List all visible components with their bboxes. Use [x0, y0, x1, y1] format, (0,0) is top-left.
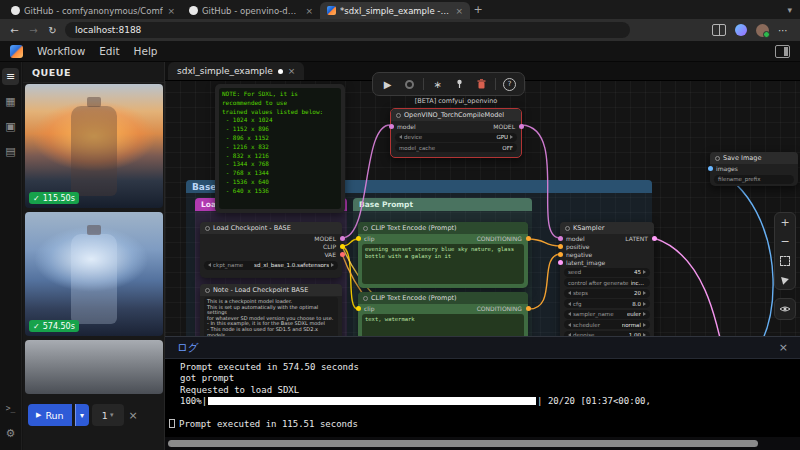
stepper-right-icon[interactable] — [510, 135, 513, 139]
model-cache-widget[interactable]: model_cache OFF — [395, 143, 517, 152]
output-slot[interactable] — [526, 306, 531, 311]
scrollbar-thumb[interactable] — [168, 440, 758, 447]
stepper-right-icon[interactable] — [643, 302, 646, 306]
sidebar-queue-tab[interactable]: ≡ — [2, 68, 19, 85]
node-ksampler[interactable]: KSampler model LATENT positive negative … — [560, 222, 654, 342]
input-slot[interactable] — [558, 252, 563, 257]
menu-edit[interactable]: Edit — [99, 45, 119, 57]
note-text[interactable]: NOTE: For SDXL, it is recommended to use… — [219, 88, 341, 209]
url-input[interactable]: localhost:8188 — [65, 22, 630, 38]
group-title-base-prompt[interactable]: Base Prompt — [353, 198, 532, 211]
zoom-in-button[interactable]: + — [775, 213, 795, 232]
input-slot[interactable] — [356, 236, 361, 241]
more-menu-icon[interactable]: ⋯ — [778, 25, 788, 36]
collapse-dot-icon[interactable] — [205, 288, 210, 293]
collapse-dot-icon[interactable] — [363, 296, 368, 301]
queue-status-button[interactable] — [399, 75, 420, 93]
help-button[interactable]: ? — [499, 75, 520, 93]
tab-search-icon[interactable]: ▾ — [787, 5, 792, 15]
close-icon[interactable]: × — [167, 6, 175, 16]
close-icon[interactable]: × — [779, 341, 788, 354]
node-openvino-torchcompile[interactable]: OpenVINO_TorchCompileModel model MODEL d… — [390, 108, 522, 158]
input-slot[interactable] — [389, 124, 394, 129]
browser-tab-github-comfy[interactable]: GitHub - comfyanonymous/Comf × — [4, 2, 182, 19]
output-slot[interactable] — [526, 236, 531, 241]
toggle-link-visibility-button[interactable] — [774, 298, 796, 320]
run-workflow-button[interactable]: ▶ — [377, 75, 398, 93]
filename-prefix-widget[interactable]: filename_prefix — [714, 175, 794, 184]
collapse-dot-icon[interactable] — [715, 156, 720, 161]
sidebar-model-library-tab[interactable]: ▣ — [2, 118, 19, 135]
run-options-button[interactable]: ▾ — [75, 404, 89, 426]
collapse-dot-icon[interactable] — [396, 113, 401, 118]
terminal-toggle-button[interactable]: >_ — [2, 400, 19, 417]
output-slot[interactable] — [340, 252, 345, 257]
sidebar-node-library-tab[interactable]: ▦ — [2, 93, 19, 110]
back-icon[interactable]: ← — [8, 25, 21, 36]
scheduler-widget[interactable]: scheduler normal — [564, 320, 650, 329]
split-screen-icon[interactable] — [712, 24, 726, 36]
input-slot[interactable] — [558, 244, 563, 249]
output-slot[interactable] — [340, 244, 345, 249]
input-slot[interactable] — [558, 236, 563, 241]
batch-count-input[interactable]: 1 ▾ — [92, 404, 124, 426]
new-tab-button[interactable]: + — [470, 3, 486, 16]
collapse-dot-icon[interactable] — [565, 226, 570, 231]
output-slot[interactable] — [652, 236, 657, 241]
menu-workflow[interactable]: Workflow — [37, 45, 85, 57]
stepper-right-icon[interactable] — [331, 263, 334, 267]
collapse-dot-icon[interactable] — [363, 226, 368, 231]
input-slot[interactable] — [558, 260, 563, 265]
stepper-right-icon[interactable] — [643, 312, 646, 316]
horizontal-scrollbar[interactable] — [165, 439, 800, 448]
steps-widget[interactable]: steps 20 — [564, 289, 650, 298]
node-save-image[interactable]: Save Image images filename_prefix — [710, 152, 798, 186]
sidebar-workflows-tab[interactable]: ▤ — [2, 143, 19, 160]
stepper-right-icon[interactable] — [643, 270, 646, 274]
prompt-textarea[interactable]: evening sunset scenery blue sky nature, … — [362, 244, 524, 284]
collapse-dot-icon[interactable] — [205, 226, 210, 231]
comfyui-logo[interactable] — [10, 45, 23, 58]
stepper-left-icon[interactable] — [208, 263, 211, 267]
input-slot[interactable] — [708, 166, 713, 171]
close-icon[interactable]: × — [288, 66, 296, 76]
ckpt-name-widget[interactable]: ckpt_name sd_xl_base_1.0.safetensors — [204, 261, 338, 270]
input-slot[interactable] — [356, 306, 361, 311]
device-widget[interactable]: device GPU — [395, 133, 517, 142]
profile-avatar[interactable] — [756, 24, 769, 37]
close-icon[interactable]: × — [129, 409, 138, 422]
workflow-tab[interactable]: sdxl_simple_example × — [168, 62, 304, 80]
queue-item-thumbnail[interactable]: ✓115.50s — [25, 84, 163, 208]
output-slot[interactable] — [519, 124, 524, 129]
snap-button[interactable]: ∗ — [427, 75, 448, 93]
delete-button[interactable] — [471, 75, 492, 93]
close-icon[interactable]: × — [455, 6, 463, 16]
browser-tab-comfyui[interactable]: *sdxl_simple_example - ComfyUI × — [320, 2, 470, 19]
menu-help[interactable]: Help — [134, 45, 158, 57]
run-button[interactable]: ▶ Run — [28, 404, 72, 426]
stepper-left-icon[interactable] — [568, 291, 571, 295]
output-slot[interactable] — [340, 236, 345, 241]
stepper-left-icon[interactable] — [568, 323, 571, 327]
node-load-checkpoint[interactable]: Load Checkpoint - BASE MODEL CLIP VAE ck… — [200, 222, 342, 278]
browser-tab-github-openvino[interactable]: GitHub - openvino-dev-samples/ × — [182, 2, 320, 19]
stepper-left-icon[interactable] — [568, 302, 571, 306]
queue-item-thumbnail[interactable] — [25, 340, 163, 394]
node-clip-encode-positive[interactable]: CLIP Text Encode (Prompt) clip CONDITION… — [358, 222, 528, 288]
select-mode-button[interactable] — [775, 270, 795, 289]
panel-toggle-icon[interactable] — [775, 45, 790, 58]
node-sdxl-note[interactable]: NOTE: For SDXL, it is recommended to use… — [215, 84, 345, 213]
sampler-name-widget[interactable]: sampler_name euler — [564, 310, 650, 319]
control-after-generate-widget[interactable]: control after generate increment — [564, 278, 650, 287]
refresh-icon[interactable]: ↻ — [46, 25, 59, 36]
pin-button[interactable] — [449, 75, 470, 93]
stepper-left-icon[interactable] — [568, 312, 571, 316]
zoom-out-button[interactable]: − — [775, 232, 795, 251]
stepper-left-icon[interactable] — [399, 135, 402, 139]
queue-item-thumbnail[interactable]: ✓574.50s — [25, 212, 163, 336]
fit-view-button[interactable] — [775, 251, 795, 270]
copilot-icon[interactable] — [735, 24, 747, 36]
close-icon[interactable]: × — [305, 6, 313, 16]
settings-button[interactable]: ⚙ — [2, 425, 19, 442]
stepper-right-icon[interactable] — [643, 291, 646, 295]
